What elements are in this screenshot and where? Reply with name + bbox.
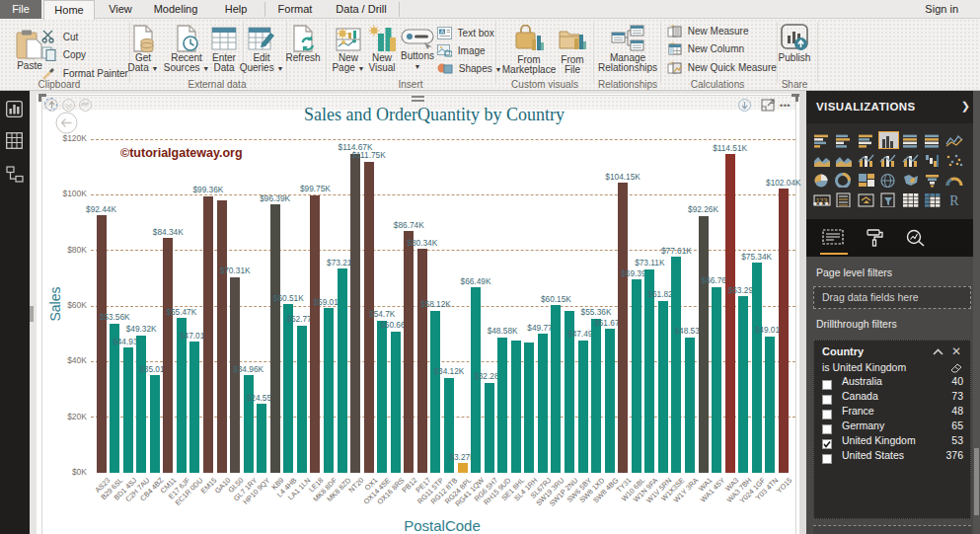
- svg-text:A: A: [440, 29, 444, 35]
- svg-text:R: R: [950, 193, 960, 207]
